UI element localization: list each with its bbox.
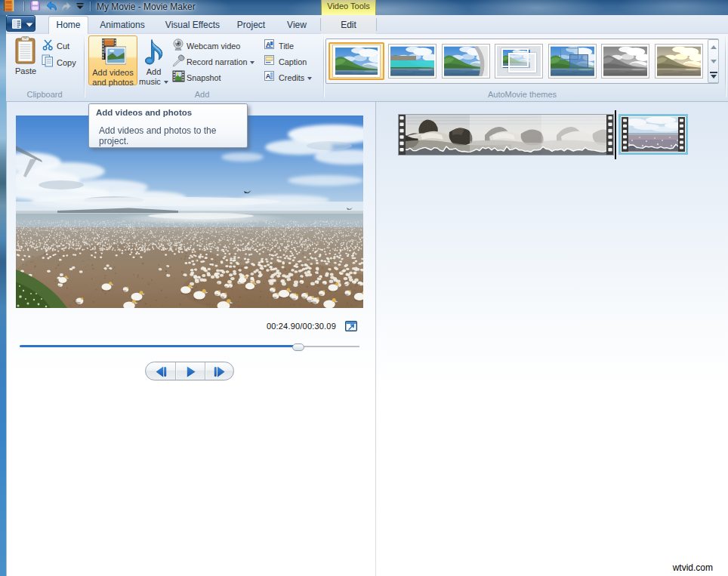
- svg-text:A: A: [266, 72, 271, 80]
